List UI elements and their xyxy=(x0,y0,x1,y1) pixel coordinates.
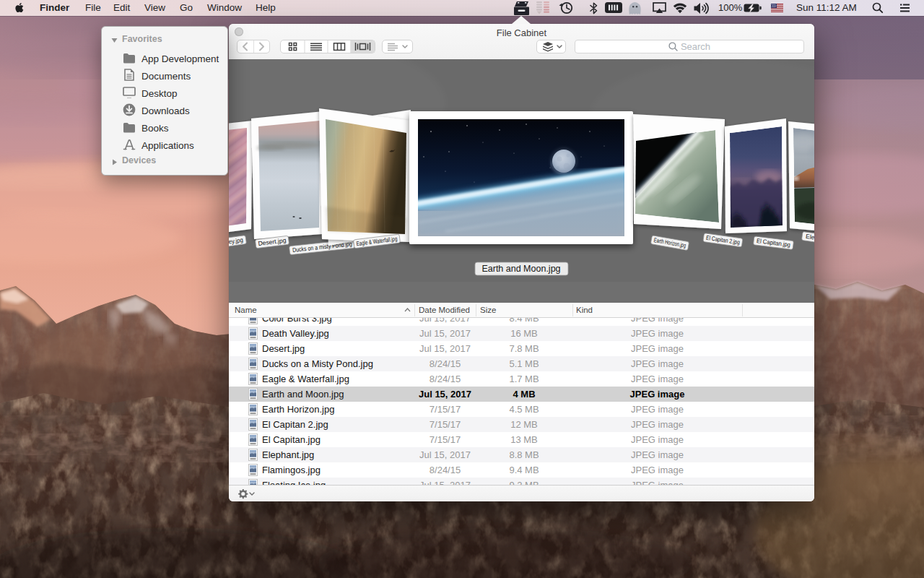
svg-text:Earth and Moon.jpg: Earth and Moon.jpg xyxy=(481,264,560,274)
